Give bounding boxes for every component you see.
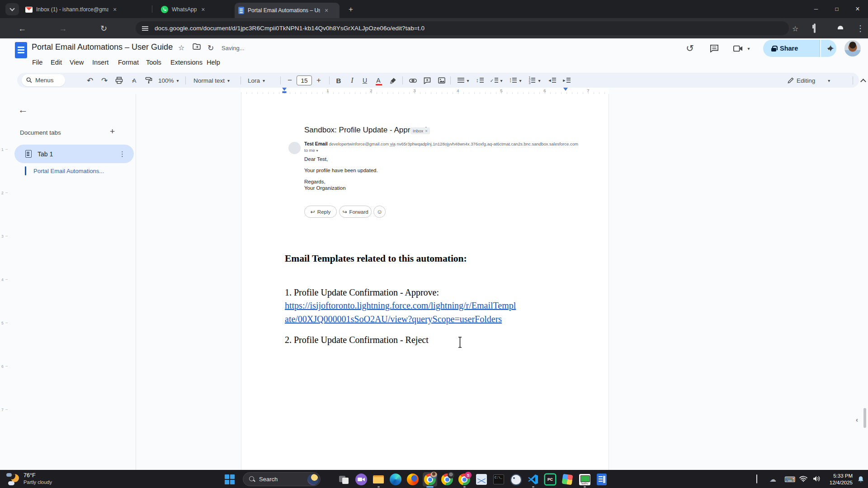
checklist-caret-icon[interactable]: ▾	[498, 75, 505, 86]
reload-button[interactable]: ↻	[100, 23, 107, 33]
highlight-color-button[interactable]	[387, 75, 399, 86]
move-folder-icon[interactable]	[193, 43, 201, 52]
doc-item-2[interactable]: 2. Profile Update Confirmation - Reject	[285, 335, 429, 345]
horizontal-ruler[interactable]: 1 2 3 4 5 6 7	[0, 88, 868, 94]
version-history-icon[interactable]: ↺	[684, 42, 696, 55]
gemini-icon[interactable]: ✦	[826, 43, 835, 55]
paint-format-button[interactable]	[143, 75, 155, 86]
menu-insert[interactable]: Insert	[90, 58, 111, 67]
tab-options-kebab-icon[interactable]: ⋮	[119, 150, 126, 158]
increase-font-size-button[interactable]: +	[313, 75, 325, 86]
video-call-icon[interactable]	[731, 42, 744, 55]
task-view-icon[interactable]	[337, 472, 351, 487]
vscode-icon[interactable]	[526, 472, 540, 487]
bulleted-list-caret-icon[interactable]: ▾	[517, 75, 524, 86]
collapse-toolbar-button[interactable]	[857, 75, 868, 86]
new-tab-button[interactable]: +	[346, 5, 356, 14]
italic-button[interactable]: I	[346, 75, 358, 86]
start-button[interactable]	[225, 474, 235, 484]
zoom-select[interactable]: 100%▾	[156, 75, 181, 86]
menus-search-button[interactable]: Menus	[22, 74, 65, 86]
side-panel-icon[interactable]	[814, 24, 816, 33]
touch-keyboard-icon[interactable]: ⌨	[784, 474, 796, 484]
clock[interactable]: 5:33 PM 12/4/2025	[830, 473, 853, 486]
chrome-profile3-icon[interactable]: S	[457, 472, 472, 487]
task-manager-icon[interactable]	[474, 472, 489, 487]
postgresql-icon[interactable]	[509, 472, 523, 487]
vertical-scrollbar[interactable]	[863, 408, 866, 428]
site-info-icon[interactable]	[142, 26, 148, 31]
sidebar-outline-item[interactable]: Portal Email Automations...	[25, 166, 104, 175]
increase-indent-button[interactable]: ►	[561, 75, 572, 86]
weather-temperature[interactable]: 76°F	[24, 472, 36, 479]
menu-view[interactable]: View	[67, 58, 86, 67]
line-spacing-button[interactable]: ↕	[474, 75, 486, 86]
decrease-indent-button[interactable]: ◄	[546, 75, 558, 86]
window-minimize-button[interactable]: ─	[806, 0, 826, 18]
volume-icon[interactable]	[813, 475, 821, 483]
video-call-caret-icon[interactable]: ▾	[745, 42, 752, 55]
doc-link-line-2[interactable]: ate/00XJQ000001sSoO2AU/view?queryScope=u…	[285, 314, 502, 324]
document-page[interactable]: Sandbox: Profile Update - Approved Inbox…	[241, 94, 609, 470]
sidebar-item-tab1[interactable]: Tab 1 ⋮	[14, 145, 134, 163]
tab-search-button[interactable]	[5, 3, 19, 15]
writer-icon[interactable]	[594, 472, 609, 487]
share-button[interactable]: Share	[763, 40, 820, 57]
doc-link-line-1[interactable]: https://isijoftoronto.lightning.force.co…	[285, 300, 516, 311]
onedrive-icon[interactable]: ☁	[769, 475, 776, 483]
wifi-icon[interactable]	[799, 475, 807, 483]
taskpro-icon[interactable]	[577, 472, 592, 487]
pycharm-icon[interactable]: PC	[543, 472, 557, 487]
menu-help[interactable]: Help	[204, 58, 222, 67]
right-indent-marker[interactable]	[563, 88, 568, 91]
editing-mode-select[interactable]: Editing ▾	[786, 75, 832, 86]
menu-extensions[interactable]: Extensions	[168, 58, 205, 67]
weather-condition[interactable]: Partly cloudy	[24, 479, 52, 485]
print-button[interactable]	[113, 75, 125, 86]
docs-logo-icon[interactable]	[15, 42, 27, 58]
close-tab-icon[interactable]: ×	[112, 5, 118, 14]
taskbar-search[interactable]: Search	[243, 472, 321, 486]
undo-button[interactable]: ↶	[84, 75, 96, 86]
star-document-icon[interactable]: ☆	[178, 43, 184, 52]
redo-button[interactable]: ↷	[99, 75, 110, 86]
font-select[interactable]: Lora▾	[246, 75, 267, 86]
account-avatar[interactable]	[844, 40, 861, 56]
insert-link-button[interactable]	[407, 75, 419, 86]
address-bar[interactable]: docs.google.com/document/d/1jpc3R6Cmpii0…	[136, 21, 789, 35]
video-app-icon[interactable]	[354, 472, 368, 487]
menu-tools[interactable]: Tools	[144, 58, 164, 67]
decrease-font-size-button[interactable]: −	[284, 75, 296, 86]
spellcheck-button[interactable]: A	[128, 75, 140, 86]
menu-edit[interactable]: Edit	[48, 58, 64, 67]
tray-expand-chevron-icon[interactable]	[756, 475, 757, 483]
close-tab-icon[interactable]: ×	[200, 5, 206, 14]
numbered-list-caret-icon[interactable]: ▾	[536, 75, 542, 86]
insert-image-button[interactable]	[436, 75, 448, 86]
left-margin-marker[interactable]	[283, 91, 287, 93]
window-maximize-button[interactable]: □	[826, 0, 847, 18]
doc-item-1[interactable]: 1. Profile Update Confirmation - Approve…	[285, 287, 439, 298]
bookmark-star-icon[interactable]: ☆	[792, 24, 798, 33]
menu-format[interactable]: Format	[116, 58, 141, 67]
document-title[interactable]: Portal Email Automations – User Guide	[32, 42, 173, 52]
chrome-profile1-icon[interactable]	[423, 472, 437, 487]
hide-panel-chevron-icon[interactable]: ‹	[856, 416, 858, 423]
notification-bell-icon[interactable]	[857, 476, 864, 483]
designer-icon[interactable]	[560, 472, 575, 487]
browser-tab-whatsapp[interactable]: WhatsApp ×	[157, 3, 229, 16]
browser-tab-active-docs[interactable]: Portal Email Automations – Use ×	[235, 3, 340, 18]
file-explorer-icon[interactable]	[371, 472, 386, 487]
weather-icon[interactable]	[6, 473, 20, 486]
close-sidebar-back-button[interactable]: ←	[18, 104, 28, 116]
close-tab-icon[interactable]: ×	[324, 6, 329, 14]
underline-button[interactable]: U	[359, 75, 371, 86]
bold-button[interactable]: B	[333, 75, 344, 86]
menu-file[interactable]: File	[30, 58, 45, 67]
browser-tab-gmail[interactable]: Inbox (1) - ishann.tforce@gmai ×	[22, 3, 147, 16]
align-caret-icon[interactable]: ▾	[465, 75, 471, 86]
comments-icon[interactable]	[708, 42, 721, 55]
text-color-button[interactable]: A	[373, 75, 384, 86]
paragraph-style-select[interactable]: Normal text▾	[192, 75, 231, 86]
browser-menu-kebab-icon[interactable]: ⋮	[856, 23, 864, 33]
